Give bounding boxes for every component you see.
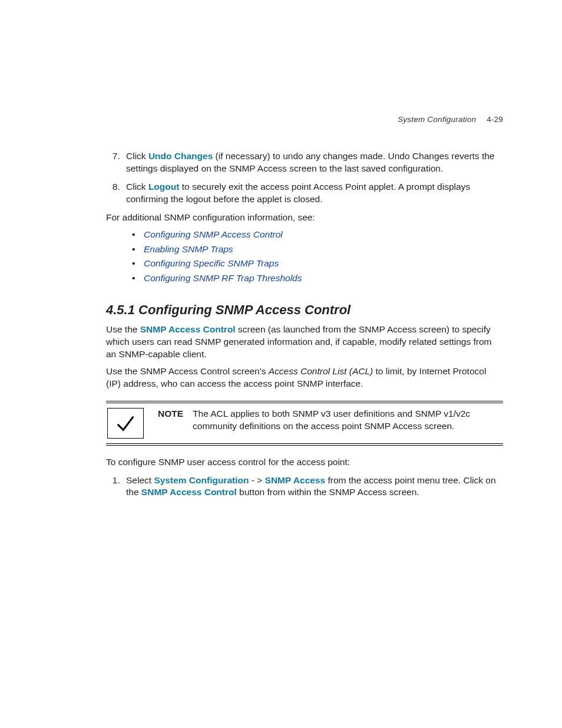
step-text: button from within the SNMP Access scree… — [237, 487, 419, 497]
step-text: - > — [249, 475, 265, 485]
para-text-pre: Use the — [106, 324, 140, 334]
paragraph: Use the SNMP Access Control screen (as l… — [106, 324, 503, 361]
section-heading: 4.5.1 Configuring SNMP Access Control — [106, 301, 503, 319]
note-text: The ACL applies to both SNMP v3 user def… — [193, 408, 503, 439]
note-label: NOTE — [158, 408, 183, 439]
page-header: System Configuration 4-29 — [398, 115, 503, 124]
step-item: Select System Configuration - > SNMP Acc… — [123, 475, 503, 499]
step-bold-term: SNMP Access Control — [141, 487, 237, 497]
step-bold-term: SNMP Access — [265, 475, 326, 485]
link-text[interactable]: Configuring Specific SNMP Traps — [144, 258, 279, 268]
config-intro: To configure SNMP user access control fo… — [106, 456, 503, 469]
link-text[interactable]: Configuring SNMP RF Trap Thresholds — [144, 273, 302, 283]
additional-info-intro: For additional SNMP configuration inform… — [106, 212, 503, 224]
para-emphasis: Access Control List (ACL) — [269, 366, 373, 376]
see-also-links: Configuring SNMP Access Control Enabling… — [132, 229, 503, 285]
step-bold-term: Undo Changes — [148, 151, 213, 161]
link-text[interactable]: Enabling SNMP Traps — [144, 244, 233, 254]
header-page-number: 4-29 — [487, 115, 503, 124]
step-bold-term: System Configuration — [154, 475, 249, 485]
numbered-steps: Select System Configuration - > SNMP Acc… — [123, 475, 503, 499]
list-item: Enabling SNMP Traps — [132, 243, 503, 256]
step-item: Click Logout to securely exit the access… — [123, 181, 503, 206]
section-number: 4.5.1 — [106, 302, 135, 317]
note-inner: NOTE The ACL applies to both SNMP v3 use… — [106, 403, 503, 444]
note-body: NOTE The ACL applies to both SNMP v3 use… — [158, 408, 503, 439]
step-text-pre: Click — [126, 182, 148, 192]
para-bold-term: SNMP Access Control — [140, 324, 236, 334]
list-item: Configuring Specific SNMP Traps — [132, 258, 503, 270]
step-item: Click Undo Changes (if necessary) to und… — [123, 150, 503, 175]
page-content: Click Undo Changes (if necessary) to und… — [106, 150, 503, 499]
numbered-steps: Click Undo Changes (if necessary) to und… — [123, 150, 503, 206]
para-text-pre: Use the SNMP Access Control screen's — [106, 366, 269, 376]
link-text[interactable]: Configuring SNMP Access Control — [144, 229, 283, 239]
step-text-pre: Click — [126, 151, 148, 161]
note-callout: NOTE The ACL applies to both SNMP v3 use… — [106, 401, 503, 446]
document-page: System Configuration 4-29 Click Undo Cha… — [0, 0, 562, 728]
step-bold-term: Logout — [148, 182, 180, 192]
list-item: Configuring SNMP RF Trap Thresholds — [132, 272, 503, 285]
paragraph: Use the SNMP Access Control screen's Acc… — [106, 365, 503, 390]
checkmark-icon — [107, 408, 144, 439]
header-section-title: System Configuration — [398, 115, 476, 124]
step-text: Select — [126, 475, 154, 485]
section-title: Configuring SNMP Access Control — [138, 302, 351, 317]
list-item: Configuring SNMP Access Control — [132, 229, 503, 241]
